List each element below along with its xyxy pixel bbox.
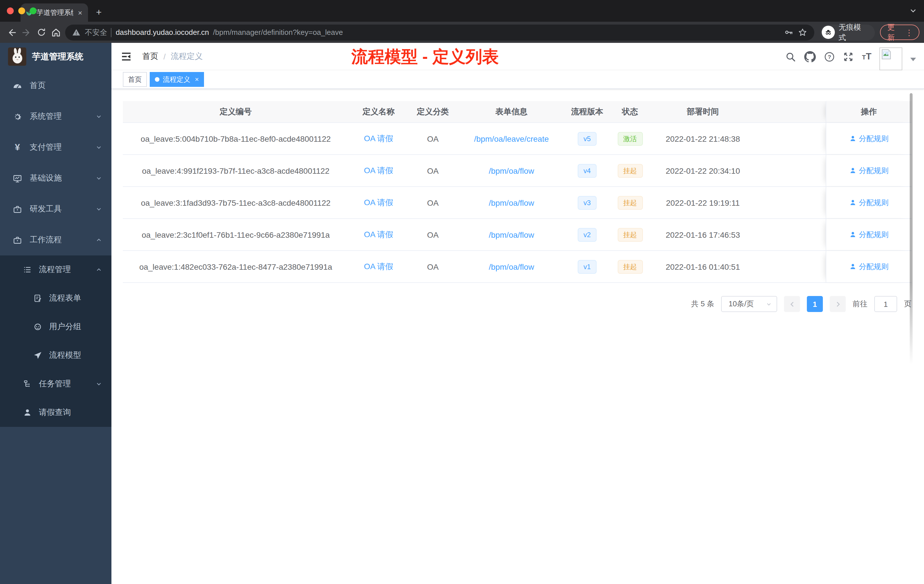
page-content: 定义编号 定义名称 定义分类 表单信息 流程版本 状态 部署时间 操作 oa_l… [111, 89, 924, 312]
briefcase-icon [13, 235, 22, 245]
cell-deploy-time: 2022-01-22 21:48:38 [666, 134, 740, 143]
chevron-down-icon [766, 301, 772, 307]
chevron-down-icon [96, 381, 102, 388]
col-header-version: 流程版本 [571, 107, 603, 117]
sidebar-collapse-icon[interactable] [120, 51, 132, 62]
next-page-button[interactable] [830, 296, 846, 312]
version-badge: v5 [578, 132, 596, 145]
fullscreen-icon[interactable] [843, 51, 854, 62]
cell-id: oa_leave:5:004b710b-7b8a-11ec-8ef0-acde4… [140, 134, 330, 143]
person-icon [849, 231, 856, 238]
cell-form-link[interactable]: /bpm/oa/flow [489, 262, 534, 271]
browser-toolbar: 不安全 dashboard.yudao.iocoder.cn/bpm/manag… [0, 22, 924, 43]
window-controls [7, 7, 36, 14]
breadcrumb-home[interactable]: 首页 [142, 51, 158, 61]
main-area: 首页 / 流程定义 流程模型 - 定义列表 ? [111, 43, 924, 584]
sidebar-item-label: 流程管理 [39, 265, 71, 275]
monitor-icon [13, 173, 22, 183]
sidebar-item-leave-query[interactable]: 请假查询 [0, 398, 111, 427]
assign-rule-button[interactable]: 分配规则 [849, 198, 889, 208]
reload-button[interactable] [34, 25, 48, 40]
page-size-select[interactable]: 10条/页 [721, 296, 777, 312]
chevron-left-icon [788, 300, 796, 308]
current-page-button[interactable]: 1 [807, 296, 823, 312]
chrome-update-button[interactable]: 更新 ⋮ [880, 25, 919, 40]
active-dot [155, 77, 159, 82]
sidebar-item-label: 任务管理 [39, 379, 71, 389]
yen-icon: ¥ [13, 142, 22, 153]
font-size-icon[interactable]: TT [862, 51, 871, 62]
cell-form-link[interactable]: /bpm/oa/flow [489, 166, 534, 175]
back-button[interactable] [5, 25, 19, 40]
sidebar-item-process-model[interactable]: 流程模型 [0, 341, 111, 370]
cell-id: oa_leave:4:991f2193-7b7f-11ec-a3c8-acde4… [142, 166, 330, 175]
goto-page-input[interactable] [874, 296, 897, 312]
chevron-down-icon [96, 113, 102, 120]
page-scrollbar[interactable] [910, 93, 912, 365]
cell-name-link[interactable]: OA 请假 [364, 261, 393, 272]
prev-page-button[interactable] [784, 296, 800, 312]
sidebar-item-user-group[interactable]: 用户分组 [0, 313, 111, 341]
url-path: /bpm/manager/definition?key=oa_leave [213, 28, 343, 36]
search-icon[interactable] [785, 51, 796, 62]
tag-home[interactable]: 首页 [123, 72, 147, 87]
sidebar-item-workflow[interactable]: 工作流程 [0, 224, 111, 256]
avatar-caret-down-icon[interactable] [910, 58, 916, 61]
col-header-actions: 操作 [826, 101, 911, 122]
cell-name-link[interactable]: OA 请假 [364, 198, 393, 208]
cell-actions: 分配规则 [826, 251, 911, 282]
not-secure-warning-icon [72, 28, 81, 36]
password-key-icon[interactable] [784, 27, 794, 37]
sidebar-item-process-form[interactable]: 流程表单 [0, 284, 111, 313]
sidebar-item-home[interactable]: 首页 [0, 70, 111, 101]
cell-form-link[interactable]: /bpm/oa/flow [489, 198, 534, 207]
window-minimize-button[interactable] [18, 7, 25, 14]
cell-form-link[interactable]: /bpm/oa/leave/create [474, 134, 549, 143]
sidebar-item-task-management[interactable]: 任务管理 [0, 370, 111, 398]
tag-process-definition[interactable]: 流程定义 × [150, 72, 204, 87]
col-header-id: 定义编号 [220, 107, 252, 117]
window-close-button[interactable] [7, 7, 14, 14]
navbar-actions: ? TT [785, 43, 916, 70]
sidebar-item-label: 首页 [30, 81, 46, 91]
cell-name-link[interactable]: OA 请假 [364, 134, 393, 144]
cell-name-link[interactable]: OA 请假 [364, 165, 393, 176]
help-icon[interactable]: ? [824, 51, 835, 62]
forward-button[interactable] [19, 25, 34, 40]
tab-close-icon[interactable]: × [77, 8, 83, 17]
sidebar-item-dev-tools[interactable]: 研发工具 [0, 194, 111, 224]
sidebar-item-infrastructure[interactable]: 基础设施 [0, 163, 111, 194]
url-bar[interactable]: 不安全 dashboard.yudao.iocoder.cn/bpm/manag… [66, 24, 814, 40]
new-tab-button[interactable]: + [94, 7, 104, 18]
cell-deploy-time: 2022-01-16 17:46:53 [666, 230, 740, 239]
sidebar-menu: 首页 系统管理 ¥ 支付管理 [0, 70, 111, 427]
update-label[interactable]: 更新 [887, 22, 902, 43]
robot-icon [33, 322, 42, 332]
avatar[interactable] [879, 48, 902, 70]
assign-rule-button[interactable]: 分配规则 [849, 229, 889, 240]
cell-category: OA [427, 166, 439, 175]
cell-form-link[interactable]: /bpm/oa/flow [489, 230, 534, 239]
sidebar-item-process-management[interactable]: 流程管理 [0, 256, 111, 284]
assign-rule-button[interactable]: 分配规则 [849, 261, 889, 272]
send-icon [33, 351, 42, 360]
assign-rule-button[interactable]: 分配规则 [849, 165, 889, 176]
tree-icon [23, 379, 32, 389]
tab-search-chevron-icon[interactable] [909, 7, 917, 15]
table-row: oa_leave:3:1fad3d93-7b75-11ec-a3c8-acde4… [123, 187, 911, 219]
assign-rule-button[interactable]: 分配规则 [849, 134, 889, 144]
security-label[interactable]: 不安全 [85, 27, 107, 38]
version-badge: v2 [578, 228, 596, 241]
home-button[interactable] [49, 25, 63, 40]
github-icon[interactable] [804, 51, 816, 63]
more-menu-icon[interactable]: ⋮ [905, 28, 914, 37]
tag-close-icon[interactable]: × [195, 76, 199, 83]
cell-deploy-time: 2022-01-22 19:19:11 [666, 198, 740, 207]
sidebar-item-system[interactable]: 系统管理 [0, 101, 111, 132]
cell-name-link[interactable]: OA 请假 [364, 229, 393, 240]
app-title: 芋道管理系统 [32, 51, 83, 62]
bookmark-star-icon[interactable] [798, 27, 807, 37]
window-zoom-button[interactable] [30, 7, 36, 14]
sidebar-item-payment[interactable]: ¥ 支付管理 [0, 132, 111, 163]
version-badge: v1 [578, 260, 596, 274]
